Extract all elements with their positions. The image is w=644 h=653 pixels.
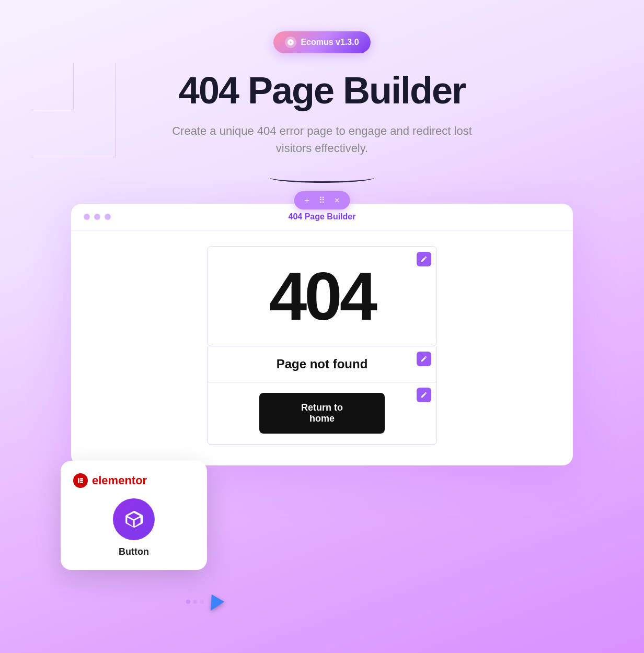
editor-content: 404 Page not found Return to home [71,230,573,465]
block-return: Return to home [207,382,437,445]
toolbar-grid-icon[interactable]: ⠿ [319,195,325,205]
divider [270,172,374,183]
load-dot-1 [186,600,190,604]
svg-rect-3 [80,482,83,483]
badge-icon [285,37,296,48]
preview-window: + ⠿ × 404 Page Builder 404 Page not foun… [71,204,573,465]
load-dot-2 [193,600,197,604]
elementor-brand: elementor [92,474,147,487]
dot-3 [105,214,111,220]
window-dots [84,214,111,220]
svg-rect-2 [80,480,83,482]
return-home-button[interactable]: Return to home [259,393,385,434]
elementor-logo-row: elementor [73,473,194,488]
toolbar-plus-icon[interactable]: + [305,196,309,205]
edit-icon-button[interactable] [417,388,431,402]
floating-toolbar: + ⠿ × [294,191,350,209]
loading-dots [186,600,204,604]
block-page-not-found: Page not found [207,346,437,382]
dot-1 [84,214,90,220]
load-dot-3 [200,600,204,604]
cursor-arrow [207,597,222,612]
elementor-widget: Button [73,498,194,557]
badge-text: Ecomus v1.3.0 [301,38,359,47]
edit-icon-text[interactable] [417,352,431,366]
edit-icon-404[interactable] [417,252,431,266]
page-header: Ecomus v1.3.0 404 Page Builder Create a … [0,0,644,204]
widget-label: Button [119,546,149,557]
svg-rect-0 [78,478,79,483]
svg-rect-1 [80,478,83,480]
dot-2 [94,214,100,220]
error-number: 404 [223,262,421,330]
page-not-found-text: Page not found [277,357,368,371]
page-subtitle: Create a unique 404 error page to engage… [155,122,489,157]
block-404: 404 [207,246,437,346]
elementor-panel: elementor Button [61,461,207,570]
toolbar-close-icon[interactable]: × [335,196,339,205]
version-badge: Ecomus v1.3.0 [273,31,370,53]
widget-icon-circle [113,498,155,540]
elementor-logo-icon [73,473,88,488]
page-title: 404 Page Builder [179,69,465,112]
window-title: 404 Page Builder [289,212,356,221]
